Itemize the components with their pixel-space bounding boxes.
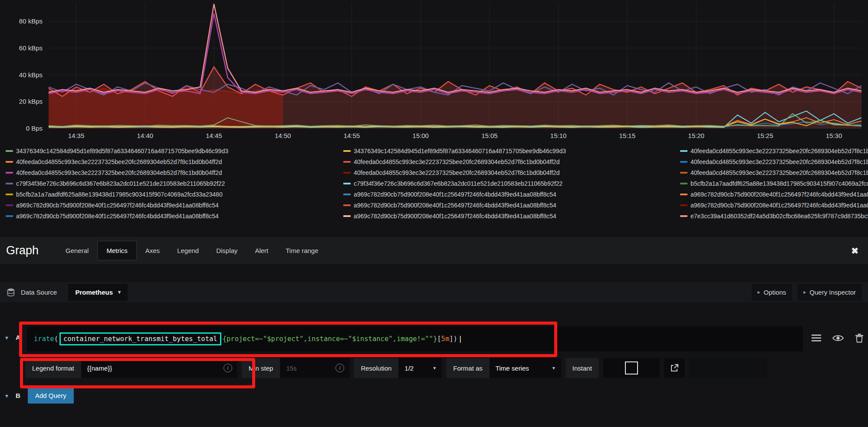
min-step-field[interactable]: i: [280, 358, 349, 378]
collapse-query-b-icon[interactable]: ▾: [5, 392, 8, 399]
tab-axes[interactable]: Axes: [137, 241, 168, 260]
collapse-query-a-icon[interactable]: ▾: [5, 334, 8, 341]
min-step-input[interactable]: [285, 364, 335, 372]
instant-checkbox[interactable]: [625, 361, 638, 374]
series-label: a969c782d90cb75d900f208e40f1c256497f246f…: [690, 202, 868, 209]
legend-format-field[interactable]: i: [81, 358, 237, 378]
series-color-dash: [343, 215, 351, 217]
query-menu-icon[interactable]: [812, 334, 821, 342]
tab-time-range[interactable]: Time range: [277, 241, 327, 260]
series-label: 40feeda0cd4855c993ec3e22237325bee20fc268…: [354, 158, 560, 165]
legend-item[interactable]: a969c782d90cb75d900f208e40f1c256497f246f…: [343, 190, 680, 198]
editor-tabs: GeneralMetricsAxesLegendDisplayAlertTime…: [57, 237, 327, 264]
series-color-dash: [343, 183, 351, 184]
datasource-select[interactable]: Prometheus ▾: [68, 284, 128, 301]
svg-text:40 kBps: 40 kBps: [19, 71, 43, 79]
close-icon[interactable]: ✖: [851, 246, 858, 256]
svg-text:14:55: 14:55: [344, 132, 360, 139]
legend-item[interactable]: 40feeda0cd4855c993ec3e22237325bee20fc268…: [6, 168, 343, 177]
legend-item[interactable]: 34376349c142584d945d1ef89d5f87a633464607…: [343, 147, 680, 155]
min-step-group: Min step i: [242, 358, 350, 378]
tab-general[interactable]: General: [57, 241, 97, 260]
legend-item[interactable]: a969c782d90cb75d900f208e40f1c256497f246f…: [343, 201, 680, 209]
series-color-dash: [680, 204, 687, 206]
series-color-dash: [343, 172, 351, 174]
legend-item[interactable]: a969c782d90cb75d900f208e40f1c256497f246f…: [680, 201, 868, 209]
legend-item[interactable]: 40feeda0cd4855c993ec3e22237325bee20fc268…: [680, 147, 868, 155]
svg-text:14:50: 14:50: [275, 132, 291, 139]
add-query-button[interactable]: Add Query: [28, 388, 74, 404]
format-as-group: Format as Time series ▾: [446, 358, 561, 378]
tab-metrics[interactable]: Metrics: [97, 241, 136, 260]
external-link-icon: [670, 364, 679, 372]
instant-checkbox-cell: [603, 358, 660, 378]
grafana-panel-editor: 14:3514:4014:4514:5014:5515:0015:0515:10…: [0, 0, 868, 427]
series-color-dash: [680, 183, 687, 184]
options-button[interactable]: ▸ Options: [752, 284, 792, 301]
svg-text:15:05: 15:05: [481, 132, 498, 139]
legend-item[interactable]: c79f34f36e726c3b696c6d367e6b823a2dc011e5…: [343, 179, 680, 187]
delete-query-trash-icon[interactable]: [855, 333, 864, 343]
chevron-down-icon: ▾: [552, 365, 555, 371]
query-token-cursor: |: [458, 335, 462, 343]
query-a-actions: [812, 333, 864, 343]
legend-item[interactable]: a969c782d90cb75d900f208e40f1c256497f246f…: [680, 190, 868, 198]
legend-item[interactable]: c79f34f36e726c3b696c6d367e6b823a2dc011e5…: [6, 179, 343, 187]
series-color-dash: [343, 150, 351, 152]
svg-text:14:40: 14:40: [137, 132, 153, 139]
series-label: 40feeda0cd4855c993ec3e22237325bee20fc268…: [690, 148, 868, 154]
svg-text:14:45: 14:45: [206, 132, 222, 139]
datasource-value: Prometheus: [75, 289, 113, 296]
series-color-dash: [680, 150, 687, 152]
legend-item[interactable]: 40feeda0cd4855c993ec3e22237325bee20fc268…: [680, 168, 868, 177]
query-a-ref: A: [16, 334, 20, 341]
series-label: b5cfb2a1a7aadfdf625a88e139438d17985c9034…: [690, 180, 868, 187]
query-token-bracket: ]: [449, 335, 453, 343]
tab-display[interactable]: Display: [207, 241, 246, 260]
legend-item[interactable]: 34376349c142584d945d1ef89d5f87a633464607…: [6, 147, 343, 155]
series-color-dash: [680, 172, 687, 174]
series-color-dash: [6, 194, 13, 195]
svg-text:15:20: 15:20: [688, 132, 704, 139]
tab-legend[interactable]: Legend: [168, 241, 207, 260]
chart-legend: 34376349c142584d945d1ef89d5f87a633464607…: [0, 147, 868, 220]
query-token-labels: project=~"$project",instance=~"$instance…: [227, 335, 433, 343]
query-token-metric: container_network_transmit_bytes_total: [59, 332, 221, 345]
options-row-filler: [689, 358, 767, 378]
series-color-dash: [6, 172, 13, 174]
series-color-dash: [680, 215, 687, 217]
info-icon: i: [335, 364, 344, 372]
series-color-dash: [6, 215, 13, 217]
legend-item[interactable]: a969c782d90cb75d900f208e40f1c256497f246f…: [343, 212, 680, 220]
toggle-visibility-eye-icon[interactable]: [832, 334, 844, 342]
legend-item[interactable]: b5cfb2a1a7aadfdf625a88e139438d17985c9034…: [680, 179, 868, 187]
legend-item[interactable]: 40feeda0cd4855c993ec3e22237325bee20fc268…: [6, 158, 343, 166]
legend-format-input[interactable]: [86, 364, 224, 372]
tab-alert[interactable]: Alert: [246, 241, 277, 260]
legend-item[interactable]: 40feeda0cd4855c993ec3e22237325bee20fc268…: [343, 168, 680, 177]
query-expression-input[interactable]: irate(container_network_transmit_bytes_t…: [27, 326, 803, 351]
legend-item[interactable]: b5cfb2a1a7aadfdf625a88e139438d17985c9034…: [6, 190, 343, 198]
legend-item[interactable]: a969c782d90cb75d900f208e40f1c256497f246f…: [6, 212, 343, 220]
format-as-select[interactable]: Time series ▾: [490, 358, 561, 378]
datasource-row: Data Source Prometheus ▾ ▸ Options ▸ Que…: [0, 282, 868, 302]
editor-tabbar: Graph GeneralMetricsAxesLegendDisplayAle…: [0, 237, 868, 265]
legend-item[interactable]: a969c782d90cb75d900f208e40f1c256497f246f…: [6, 201, 343, 209]
series-label: 34376349c142584d945d1ef89d5f87a633464607…: [16, 148, 228, 154]
resolution-label: Resolution: [354, 358, 398, 378]
svg-text:80 kBps: 80 kBps: [19, 17, 43, 25]
external-link-button[interactable]: [664, 358, 685, 378]
series-color-dash: [6, 183, 13, 184]
series-label: e7e3cc39a41d60352df24a5d3b02cfbc68ea625f…: [690, 213, 868, 220]
svg-text:15:15: 15:15: [619, 132, 636, 139]
resolution-group: Resolution 1/2 ▾: [354, 358, 442, 378]
query-inspector-button[interactable]: ▸ Query Inspector: [797, 284, 862, 301]
info-icon: i: [224, 364, 232, 372]
legend-item[interactable]: e7e3cc39a41d60352df24a5d3b02cfbc68ea625f…: [680, 212, 868, 220]
series-color-dash: [6, 204, 13, 206]
legend-item[interactable]: 40feeda0cd4855c993ec3e22237325bee20fc268…: [343, 158, 680, 166]
resolution-select[interactable]: 1/2 ▾: [398, 358, 442, 378]
legend-item[interactable]: 40feeda0cd4855c993ec3e22237325bee20fc268…: [680, 158, 868, 166]
timeseries-chart[interactable]: 14:3514:4014:4514:5014:5515:0015:0515:10…: [0, 0, 868, 145]
series-label: a969c782d90cb75d900f208e40f1c256497f246f…: [354, 191, 556, 198]
